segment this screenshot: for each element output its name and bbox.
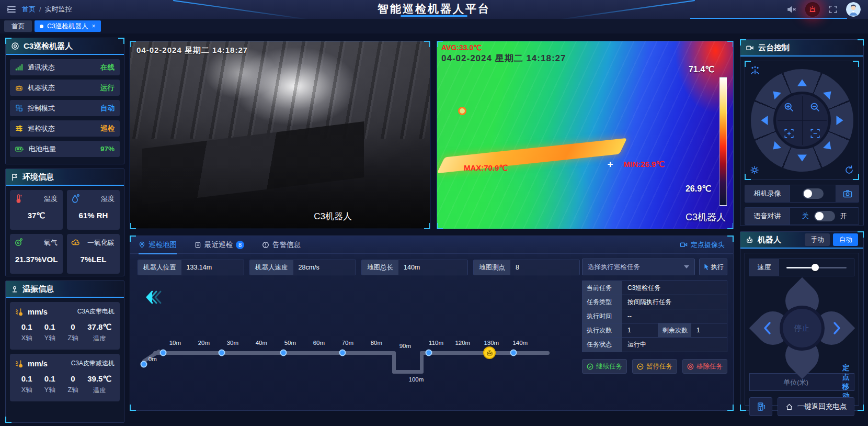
charge-station-button[interactable] [749,397,772,416]
task-row-value: 按间隔执行任务 [622,295,727,309]
intercom-toggle[interactable] [814,211,835,221]
chevron-left-icon[interactable] [762,321,773,335]
info-label: 地图测点 [474,260,510,275]
unit-meters-input[interactable] [750,374,842,390]
speed-slider[interactable] [786,264,847,271]
mute-speaker-icon[interactable] [786,4,797,15]
axis-value: 37.8℃ [85,322,115,332]
info-label: 机器人速度 [250,260,293,275]
status-value: 自动 [100,104,115,113]
gear-icon[interactable] [749,165,760,175]
axis-label: Z轴 [61,386,84,395]
robot-status-panel: C3巡检机器人 通讯状态 在线 机器状态 运行 控制模式 自动 巡检状态 [5,38,124,164]
axis-value: 0.1 [38,374,61,383]
ptz-arrow-right[interactable] [836,116,843,125]
track-distance-label: 120m [455,340,470,346]
auto-mode-button[interactable]: 自动 [833,233,858,246]
video-watermark: C3机器人 [314,210,352,222]
axis-value: 0 [61,374,84,383]
stand-icon [11,285,18,293]
camera-record-toggle[interactable] [803,188,824,199]
env-card-value: 61% RH [67,211,120,220]
track-node [280,350,287,356]
track-distance-label: 50m [284,340,296,346]
track-distance-label: 130m [484,340,499,346]
track-node [339,350,346,356]
continue-task-button[interactable]: 继续任务 [582,359,627,374]
remove-task-button[interactable]: 移除任务 [682,359,727,374]
camera-record-row: 相机录像 [745,185,859,203]
speed-slider-knob[interactable] [812,264,819,271]
ptz-arrow-left[interactable] [761,116,768,125]
tab-patrol-map[interactable]: 巡检地图 [139,236,177,254]
track-distance-label: 60m [313,340,325,346]
battery-icon [15,145,24,153]
zoom-in-icon[interactable] [776,94,802,120]
tab-home[interactable]: 首页 [4,20,32,32]
status-row-battery: 电池电量 97% [10,141,120,157]
pause-task-button[interactable]: 暂停任务 [632,359,677,374]
ptz-arrow-down[interactable] [797,155,807,162]
alarm-icon[interactable] [805,2,820,17]
wiper-icon[interactable] [749,65,761,76]
tab-recent-patrols[interactable]: 最近巡检 8 [195,236,244,254]
tab-active-label: C3巡检机器人 [47,20,88,32]
home-icon [785,403,793,411]
thermal-max-value: MAX:70.9℃ [464,163,508,173]
task-row-value: 1 [691,323,727,337]
track-distance-label: 100m [409,376,424,383]
return-to-charge-button[interactable]: 一键返回充电点 [778,397,854,416]
track-distance-label: 10m [169,340,181,346]
fixed-camera-link[interactable]: 定点摄像头 [680,240,725,250]
pointer-icon [703,263,709,271]
info-robot-speed: 机器人速度 28cm/s [249,260,356,275]
tab-alarm-info[interactable]: 告警信息 [262,236,301,254]
avatar[interactable] [846,2,861,17]
zoom-out-icon[interactable] [802,94,828,120]
continue-task-label: 继续任务 [596,362,622,371]
task-row-value: 运行中 [622,338,727,352]
robot-position-marker[interactable] [483,346,496,359]
visible-camera-feed: 04-02-2024 星期二 14:18:27 C3机器人 [130,41,430,229]
track-distance-label: 90m [399,343,411,349]
vibration-thermometer-icon [15,308,24,316]
axis-value: 0 [61,322,84,331]
axis-value: 0.1 [15,374,38,383]
status-row-machine: 机器状态 运行 [10,80,120,96]
task-table: 当前任务 C3巡检任务 任务类型 按间隔执行任务 执行时间 -- 执行次数 1 … [582,281,727,352]
document-icon [195,241,201,249]
status-label: 巡检状态 [28,124,55,133]
manual-mode-button[interactable]: 手动 [805,233,830,246]
focus-plus-icon[interactable] [776,120,802,147]
fullscreen-icon[interactable] [828,5,838,14]
task-select-dropdown[interactable]: 选择执行巡检任务 [582,259,695,275]
task-row-value: C3巡检任务 [622,281,727,295]
status-label: 机器状态 [28,83,55,93]
chevron-right-icon[interactable] [831,321,842,335]
task-row-label: 执行时间 [583,309,622,323]
ptz-arrow-up[interactable] [797,80,807,86]
video-ceiling-texture [130,41,430,139]
thermal-detection-marker [458,107,466,115]
thermal-avg-value: AVG:33.0℃ [441,43,482,52]
focus-minus-icon[interactable] [802,120,828,147]
execute-task-button[interactable]: 执行 [699,259,727,275]
stop-button[interactable]: 停止 [780,306,825,351]
point-move-button[interactable]: 定点移动 [842,374,854,390]
snapshot-button[interactable] [836,185,859,202]
map-panel: 巡检地图 最近巡检 8 告警信息 定点摄像头 机器人位置 133.14m [130,236,734,411]
axis-label: 温度 [85,334,115,343]
drive-joystick: 停止 [755,288,849,368]
tab-c3-robot[interactable]: C3巡检机器人 × [35,20,101,32]
intercom-off-label: 关 [802,211,809,221]
info-map-points: 地图测点 8 [473,260,580,275]
sliders-icon [15,125,23,132]
axis-label: Y轴 [38,386,61,395]
video-floor-shadow [130,163,430,229]
speed-row: 速度 [749,259,854,276]
status-value: 97% [100,145,115,153]
oxygen-icon [14,238,24,247]
tab-close-icon[interactable]: × [92,20,95,32]
pause-circle-icon [637,363,644,370]
return-to-charge-label: 一键返回充电点 [797,402,847,411]
